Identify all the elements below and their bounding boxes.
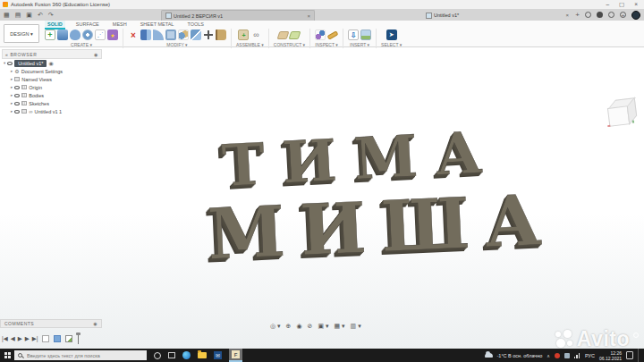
weather-cloud-icon[interactable] — [485, 353, 493, 358]
action-center-icon[interactable] — [626, 351, 633, 359]
network-signal-icon[interactable] — [574, 353, 580, 358]
group-create-label[interactable]: CREATE ▾ — [71, 42, 92, 47]
expand-icon[interactable]: ▸ — [11, 93, 13, 97]
group-insert-label[interactable]: INSERT ▾ — [350, 42, 369, 47]
measure-icon[interactable] — [315, 29, 326, 40]
expand-icon[interactable]: ▸ — [11, 77, 13, 81]
help-icon[interactable]: + — [620, 12, 626, 18]
job-status-icon[interactable] — [585, 12, 591, 18]
split-body-icon[interactable] — [191, 29, 201, 40]
primitive-box-icon[interactable]: ★ — [107, 29, 118, 40]
cortana-icon[interactable] — [154, 352, 161, 359]
comments-bar[interactable]: COMMENTS ◉ — [0, 319, 102, 328]
extrude-icon[interactable] — [57, 29, 68, 40]
select-tool-icon[interactable]: ➤ — [386, 29, 397, 40]
search-input[interactable] — [25, 352, 143, 359]
browser-row-bodies[interactable]: ▸ Bodies — [2, 91, 102, 99]
weather-widget[interactable]: -1°C В осн. облачно — [497, 353, 543, 358]
onedrive-tray-icon[interactable] — [564, 353, 570, 358]
expand-icon[interactable]: ▸ — [11, 101, 13, 105]
expand-icon[interactable]: ▸ — [11, 69, 13, 73]
edge-browser-icon[interactable] — [182, 351, 191, 359]
save-icon[interactable]: ▣ — [26, 12, 32, 19]
viewports-icon[interactable]: ▥ ▾ — [351, 323, 361, 329]
app-menu-icon[interactable]: ▦ — [4, 12, 10, 19]
appearance-icon[interactable] — [216, 29, 226, 40]
press-pull-icon[interactable] — [140, 29, 151, 40]
pan-icon[interactable]: ◉ — [296, 323, 301, 329]
timeline-feature-2-selected[interactable] — [54, 335, 61, 342]
fusion360-taskbar-button-active[interactable]: F — [229, 349, 242, 362]
task-view-icon[interactable] — [168, 352, 175, 358]
browser-row-document-settings[interactable]: ▸ ⚙ Document Settings — [2, 67, 102, 75]
tab-close-icon[interactable]: × — [565, 13, 569, 18]
root-options-icon[interactable]: ◉ — [48, 61, 53, 66]
group-select-label[interactable]: SELECT ▾ — [381, 42, 402, 47]
taskbar-clock[interactable]: 12:26 06.12.2021 — [599, 350, 622, 361]
create-sketch-icon[interactable]: + — [45, 29, 55, 40]
expand-icon[interactable]: ▸ — [11, 85, 13, 89]
section-analysis-icon[interactable] — [327, 30, 339, 39]
visibility-eye-icon[interactable] — [14, 110, 20, 114]
mail-app-icon[interactable]: ✉ — [214, 351, 222, 359]
visibility-eye-icon[interactable] — [14, 94, 20, 97]
group-inspect-label[interactable]: INSPECT ▾ — [315, 42, 337, 47]
root-document-name[interactable]: Untitled v1* — [14, 60, 47, 67]
construction-axis-icon[interactable] — [289, 31, 301, 39]
file-explorer-icon[interactable] — [198, 352, 207, 358]
timeline-go-end-icon[interactable]: ▶| — [32, 335, 38, 342]
browser-row-linked-component[interactable]: ▸ ∞ Untitled v1 1 — [2, 107, 102, 115]
taskbar-search-box[interactable] — [14, 350, 147, 360]
undo-icon[interactable]: ↶ — [38, 12, 43, 19]
minimize-button[interactable]: – — [606, 1, 609, 8]
notification-bell-icon[interactable] — [608, 12, 614, 18]
canvas-image-icon[interactable] — [360, 29, 371, 40]
display-settings-icon[interactable]: ▣ ▾ — [318, 323, 328, 329]
browser-settings-icon[interactable]: ◉ — [94, 52, 98, 57]
combine-icon[interactable] — [178, 29, 189, 40]
browser-collapse-icon[interactable]: « — [5, 52, 8, 57]
timeline-position-marker[interactable] — [78, 333, 79, 344]
timeline-go-start-icon[interactable]: |◀ — [2, 335, 8, 342]
grid-snaps-icon[interactable]: ▦ ▾ — [335, 323, 345, 329]
close-button[interactable]: × — [634, 1, 638, 8]
extensions-icon[interactable] — [597, 12, 603, 18]
joint-icon[interactable]: ∞ — [250, 29, 261, 40]
workspace-dropdown[interactable]: DESIGN ▾ — [4, 24, 39, 43]
construction-plane-icon[interactable] — [277, 31, 290, 39]
look-at-icon[interactable]: ⊕ — [286, 323, 292, 329]
timeline-step-forward-icon[interactable]: ▶ — [25, 335, 30, 342]
document-tab-2-active[interactable]: Untitled v1* × — [422, 10, 572, 21]
delete-icon[interactable]: × — [128, 29, 139, 40]
user-avatar[interactable] — [631, 11, 640, 20]
file-menu-icon[interactable]: ▤ — [15, 12, 21, 19]
group-assemble-label[interactable]: ASSEMBLE ▾ — [236, 42, 264, 47]
timeline-play-icon[interactable]: ▶ — [18, 335, 22, 342]
group-modify-label[interactable]: MODIFY ▾ — [166, 42, 187, 47]
new-tab-icon[interactable]: + — [575, 11, 580, 19]
timeline-feature-1[interactable] — [42, 335, 49, 342]
fillet-icon[interactable] — [153, 29, 164, 40]
browser-row-named-views[interactable]: ▸ Named Views — [2, 75, 102, 83]
visibility-eye-icon[interactable] — [14, 86, 20, 89]
maximize-button[interactable]: ▢ — [619, 1, 624, 8]
antivirus-tray-icon[interactable] — [555, 353, 560, 358]
orbit-icon[interactable]: ◎ ▾ — [270, 323, 281, 329]
browser-root-row[interactable]: ▾ Untitled v1* ◉ — [2, 59, 102, 67]
insert-derive-icon[interactable]: ⇩ — [348, 29, 359, 40]
start-button[interactable] — [0, 349, 14, 362]
3d-text-misha[interactable]: МИША — [206, 179, 558, 275]
view-cube[interactable] — [603, 96, 643, 136]
tab-close-icon[interactable]: × — [307, 13, 310, 19]
move-copy-icon[interactable] — [203, 29, 214, 40]
revolve-icon[interactable] — [82, 29, 93, 40]
group-construct-label[interactable]: CONSTRUCT ▾ — [274, 42, 305, 47]
visibility-eye-icon[interactable] — [14, 102, 20, 105]
language-indicator[interactable]: РУС — [585, 353, 595, 358]
expand-icon[interactable]: ▸ — [11, 109, 13, 114]
spline-icon[interactable]: ⋰ — [95, 29, 106, 40]
browser-header[interactable]: « BROWSER ◉ — [2, 49, 102, 59]
form-icon[interactable] — [70, 29, 80, 40]
zoom-icon[interactable]: ⊘ — [308, 323, 313, 329]
new-component-icon[interactable]: + — [238, 29, 249, 40]
